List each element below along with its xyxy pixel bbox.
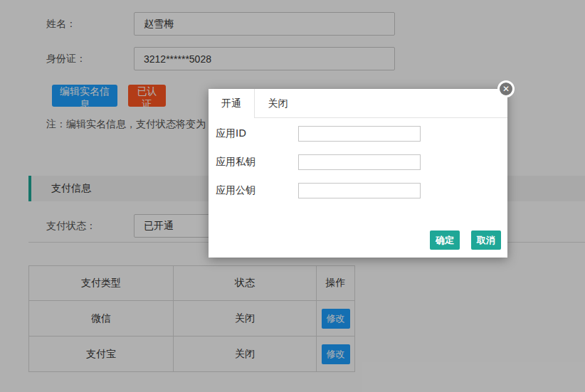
confirm-button[interactable]: 确定 — [430, 231, 460, 250]
tab-open[interactable]: 开通 — [209, 89, 255, 118]
tab-close[interactable]: 关闭 — [255, 89, 301, 117]
app-public-key-label: 应用公钥 — [216, 183, 255, 198]
app-private-key-label: 应用私钥 — [216, 154, 255, 170]
cancel-button[interactable]: 取消 — [471, 231, 501, 250]
modal-tab-bar: 开通 关闭 — [209, 89, 507, 118]
app-id-input[interactable] — [298, 126, 421, 142]
app-private-key-input[interactable] — [298, 154, 421, 170]
app-public-key-input[interactable] — [298, 183, 421, 198]
close-icon[interactable]: ✕ — [497, 80, 515, 97]
app-id-label: 应用ID — [216, 126, 246, 142]
payment-config-modal: ✕ 开通 关闭 应用ID 应用私钥 应用公钥 确定 取消 — [209, 89, 507, 258]
